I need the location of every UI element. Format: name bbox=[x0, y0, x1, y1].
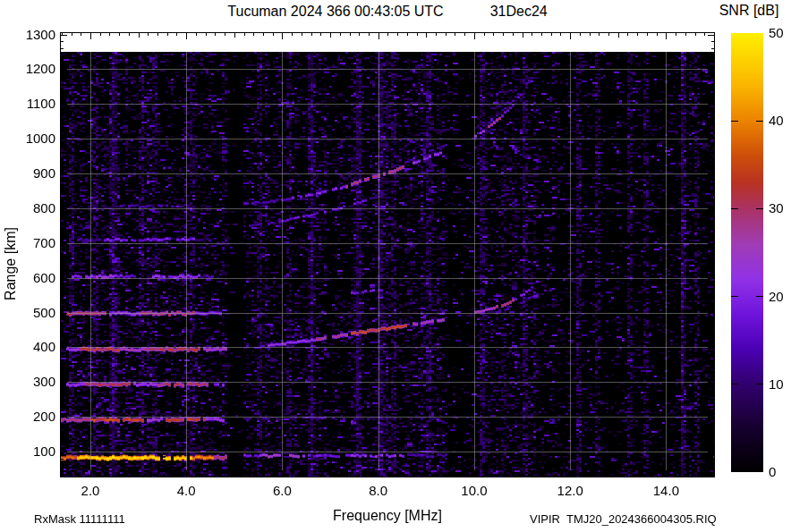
colorbar-tick-label: 10 bbox=[769, 377, 784, 392]
y-tick-label: 800 bbox=[16, 201, 55, 215]
colorbar-tick-label: 30 bbox=[769, 201, 784, 215]
x-tick-label: 4.0 bbox=[177, 484, 196, 498]
y-tick-label: 900 bbox=[16, 166, 55, 181]
y-tick-label: 200 bbox=[16, 410, 55, 424]
colorbar-tick-label: 50 bbox=[769, 26, 784, 40]
colorbar-tick-label: 0 bbox=[769, 465, 776, 479]
y-tick-label: 1100 bbox=[16, 97, 55, 111]
y-tick-label: 300 bbox=[16, 375, 55, 389]
colorbar-tick-label: 40 bbox=[769, 114, 784, 128]
y-tick-label: 400 bbox=[16, 340, 55, 354]
plot-frame-and-ticks bbox=[0, 0, 791, 532]
x-tick-label: 10.0 bbox=[461, 484, 487, 498]
x-tick-label: 12.0 bbox=[557, 484, 583, 498]
y-tick-label: 1000 bbox=[16, 131, 55, 146]
y-tick-label: 1300 bbox=[16, 28, 55, 42]
x-tick-label: 14.0 bbox=[653, 484, 679, 498]
x-tick-label: 8.0 bbox=[369, 484, 387, 498]
y-tick-label: 1200 bbox=[16, 62, 55, 76]
y-axis-title: Range [km] bbox=[3, 174, 19, 353]
filename-label: VIPIR TMJ20_2024366004305.RIQ bbox=[530, 512, 717, 526]
y-tick-label: 700 bbox=[16, 236, 55, 250]
y-tick-label: 500 bbox=[16, 306, 55, 320]
x-tick-label: 2.0 bbox=[81, 484, 100, 498]
rxmask-label: RxMask 11111111 bbox=[34, 512, 125, 526]
colorbar-tick-label: 20 bbox=[769, 290, 784, 304]
ionogram-viewer: Tucuman 2024 366 00:43:05 UTC31Dec24 SNR… bbox=[0, 0, 791, 532]
x-tick-label: 6.0 bbox=[273, 484, 292, 498]
y-tick-label: 600 bbox=[16, 271, 55, 285]
y-tick-label: 100 bbox=[16, 444, 55, 459]
